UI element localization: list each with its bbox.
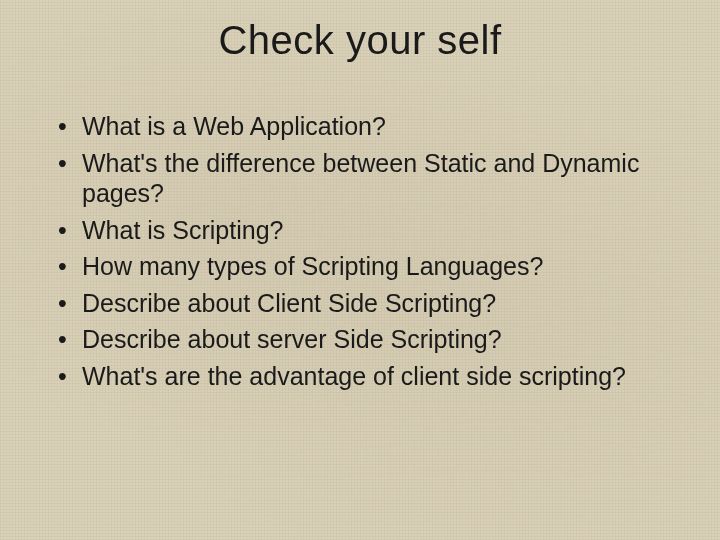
list-item: What's the difference between Static and… (54, 148, 666, 209)
list-item: What's are the advantage of client side … (54, 361, 666, 392)
bullet-list: What is a Web Application? What's the di… (54, 111, 666, 391)
slide-container: Check your self What is a Web Applicatio… (0, 0, 720, 540)
list-item: Describe about server Side Scripting? (54, 324, 666, 355)
list-item: How many types of Scripting Languages? (54, 251, 666, 282)
slide-title: Check your self (54, 18, 666, 63)
list-item: What is a Web Application? (54, 111, 666, 142)
list-item: Describe about Client Side Scripting? (54, 288, 666, 319)
list-item: What is Scripting? (54, 215, 666, 246)
